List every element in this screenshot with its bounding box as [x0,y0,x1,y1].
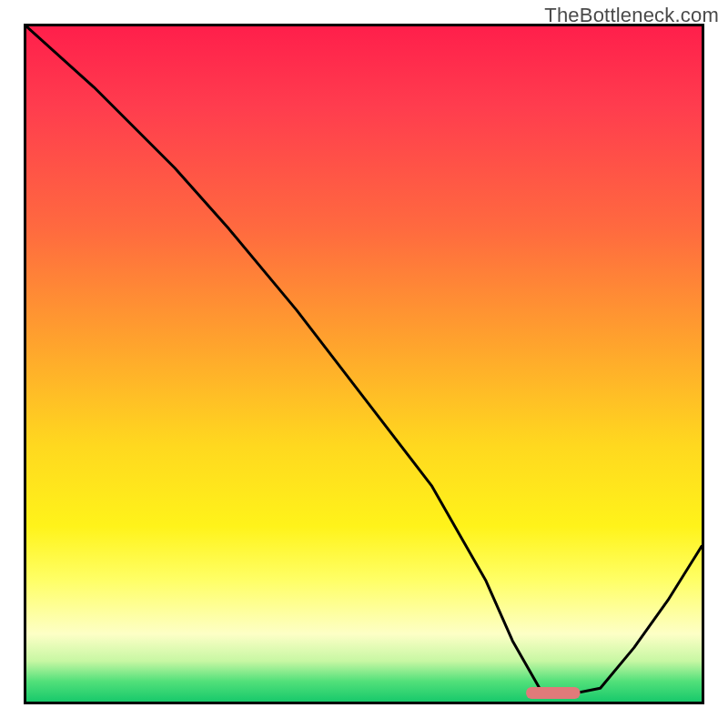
chart-frame: TheBottleneck.com [0,0,728,728]
bottleneck-curve [26,26,702,695]
watermark-text: TheBottleneck.com [544,4,719,27]
chart-overlay [26,26,702,702]
optimal-marker [526,687,580,699]
plot-area [24,24,704,704]
